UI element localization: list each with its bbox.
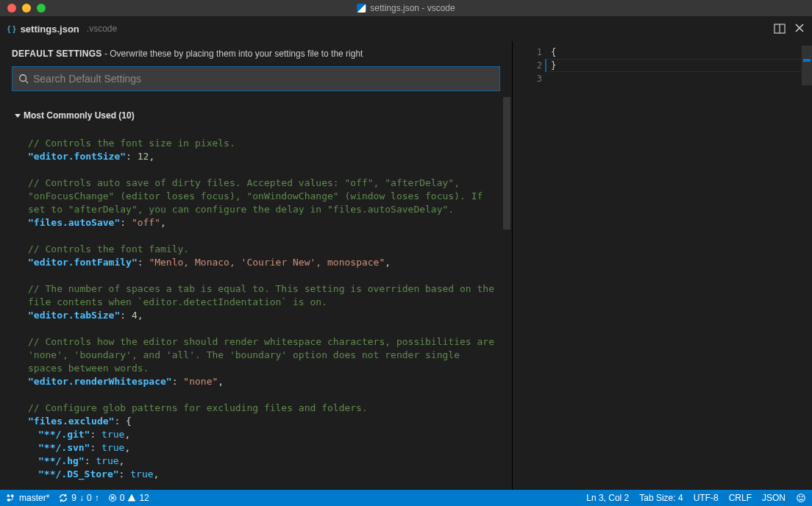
setting-comment: // The number of spaces a tab is equal t… [28,282,497,309]
json-file-icon: { } [7,24,16,33]
error-count: 0 [120,493,125,503]
code-line: { [551,46,802,59]
titlebar: settings.json - vscode [0,0,812,16]
search-settings-box[interactable] [12,66,500,91]
indentation-status[interactable]: Tab Size: 4 [639,493,683,503]
setting-entry[interactable]: // The number of spaces a tab is equal t… [28,282,497,322]
window-title: settings.json - vscode [357,3,455,13]
line-number: 1 [513,46,542,59]
settings-header-subtitle: - Overwrite these by placing them into y… [102,49,363,59]
group-label: Most Commonly Used (10) [24,109,135,122]
statusbar: master* 9↓ 0↑ 0 12 Ln 3, Col 2 Tab Size:… [0,490,812,506]
cursor-position[interactable]: Ln 3, Col 2 [586,493,629,503]
git-branch-status[interactable]: master* [6,493,49,503]
cursor-marker [803,59,811,62]
setting-entry[interactable]: // Controls the font family."editor.font… [28,243,497,269]
setting-comment: // Controls how the editor should render… [28,335,497,375]
window-title-text: settings.json - vscode [370,3,455,13]
up-arrow-icon: ↑ [95,493,99,503]
setting-comment: // Controls the font size in pixels. [28,137,497,150]
setting-key-value: "files.autoSave": "off", [28,216,497,229]
tab-settings-json[interactable]: { } settings.json .vscode [7,24,117,35]
svg-line-5 [26,81,29,84]
settings-header-title: DEFAULT SETTINGS [12,49,102,59]
warning-count: 12 [139,493,149,503]
app-icon [357,4,366,13]
setting-key-value: "editor.fontFamily": "Menlo, Monaco, 'Co… [28,256,497,269]
encoding-status[interactable]: UTF-8 [694,493,719,503]
close-icon[interactable] [794,23,805,35]
search-icon [18,74,29,84]
tab-filename: settings.json [21,24,79,35]
scrollbar-thumb[interactable] [503,97,510,229]
close-window-button[interactable] [7,4,16,13]
setting-comment: // Controls the font family. [28,243,497,256]
down-arrow-icon: ↓ [79,493,84,503]
chevron-down-icon [15,114,21,118]
svg-point-11 [802,496,802,497]
default-settings-pane: DEFAULT SETTINGS - Overwrite these by pl… [0,41,512,490]
sync-up: 0 [87,493,92,503]
setting-key-value: "editor.renderWhitespace": "none", [28,375,497,388]
settings-group-header[interactable]: Most Commonly Used (10) [15,109,497,122]
user-settings-editor[interactable]: 1 2 3 { } [512,41,812,490]
exclude-entry: "**/.git": true, [28,428,497,441]
editor-text[interactable]: { } [551,46,802,72]
setting-entry[interactable]: // Controls how the editor should render… [28,335,497,388]
sync-down: 9 [71,493,76,503]
exclude-entry: "**/.hg": true, [28,455,497,468]
split-editor-icon[interactable] [774,23,786,35]
setting-comment: // Controls auto save of dirty files. Ac… [28,177,497,216]
svg-point-9 [797,494,805,502]
default-settings-list[interactable]: Most Commonly Used (10) // Controls the … [0,97,512,490]
window-controls[interactable] [0,4,46,13]
branch-name: master* [19,493,49,503]
svg-point-4 [20,75,26,82]
setting-entry-files-exclude[interactable]: // Configure glob patterns for excluding… [28,402,497,481]
setting-key-value: "files.exclude": { [28,415,497,428]
line-number: 3 [513,72,542,85]
problems-status[interactable]: 0 12 [108,493,149,503]
overview-ruler[interactable] [802,46,812,85]
setting-entry[interactable]: // Controls auto save of dirty files. Ac… [28,177,497,229]
setting-key-value: "editor.tabSize": 4, [28,309,497,322]
code-line: } [551,59,802,72]
tab-path: .vscode [87,24,117,34]
svg-point-10 [799,496,800,497]
setting-comment: // Configure glob patterns for excluding… [28,402,497,415]
exclude-entry: "**/.svn": true, [28,441,497,455]
setting-entry[interactable]: // Controls the font size in pixels."edi… [28,137,497,163]
search-input[interactable] [33,73,494,85]
line-gutter: 1 2 3 [513,41,548,85]
setting-key-value: "editor.fontSize": 12, [28,150,497,163]
feedback-icon[interactable] [796,493,806,503]
cursor-line-indicator [545,59,546,72]
eol-status[interactable]: CRLF [729,493,752,503]
language-mode[interactable]: JSON [762,493,786,503]
line-number: 2 [513,59,542,72]
git-sync-status[interactable]: 9↓ 0↑ [58,493,99,503]
editor-tabbar: { } settings.json .vscode [0,16,812,41]
minimize-window-button[interactable] [22,4,31,13]
maximize-window-button[interactable] [37,4,46,13]
settings-header: DEFAULT SETTINGS - Overwrite these by pl… [0,41,512,66]
exclude-entry: "**/.DS_Store": true, [28,468,497,481]
